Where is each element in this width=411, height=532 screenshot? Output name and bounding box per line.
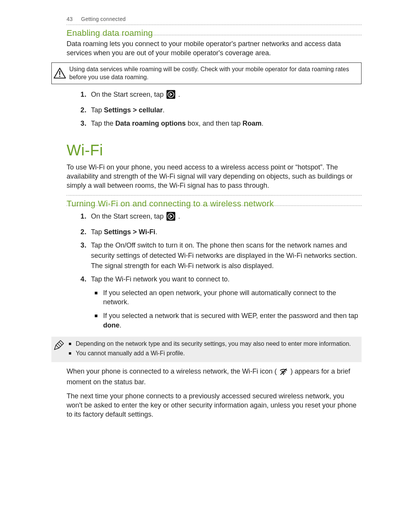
step-4-sublist: If you selected an open network, your ph… [94, 288, 362, 330]
step-1: On the Start screen, tap . [89, 89, 362, 102]
body-text: When your phone is connected to a wirele… [67, 367, 279, 375]
arrow-circle-icon [166, 90, 175, 102]
step-text: On the Start screen, tap [91, 91, 166, 98]
step-1: On the Start screen, tap . [89, 211, 362, 224]
roaming-intro: Data roaming lets you connect to your mo… [67, 39, 362, 58]
step-text: . [119, 321, 121, 329]
wifi-after-2: The next time your phone connects to a p… [67, 391, 362, 419]
note-box: Depending on the network type and its se… [51, 337, 362, 362]
step-text: Tap the Wi-Fi network you want to connec… [91, 275, 229, 283]
divider [67, 24, 362, 25]
svg-point-12 [283, 374, 284, 375]
subheading-roaming: Enabling data roaming [67, 28, 153, 39]
step-bold: Settings > Wi-Fi [104, 228, 155, 236]
step-3: Tap the On/Off switch to turn it on. The… [89, 240, 362, 271]
warning-text: Using data services while roaming will b… [69, 66, 349, 81]
pen-icon [52, 339, 65, 352]
step-text: . [178, 91, 180, 98]
svg-line-10 [57, 343, 61, 347]
step-text: If you selected a network that is secure… [103, 312, 358, 320]
svg-line-9 [56, 345, 59, 348]
step-text: Tap the [91, 120, 115, 127]
step-3: Tap the Data roaming options box, and th… [89, 118, 362, 129]
step-text: On the Start screen, tap [91, 212, 166, 220]
step-2: Tap Settings > cellular. [89, 105, 362, 115]
list-item: If you selected a network that is secure… [103, 311, 362, 330]
document-page: 43 Getting connected Enabling data roami… [0, 0, 411, 447]
heading-wifi: Wi-Fi [67, 142, 362, 159]
step-bold: Data roaming options [115, 120, 186, 127]
svg-point-2 [59, 76, 60, 77]
step-bold: Settings > cellular [104, 106, 163, 114]
wifi-steps: On the Start screen, tap . Tap Settings … [67, 211, 362, 330]
step-4: Tap the Wi-Fi network you want to connec… [89, 274, 362, 330]
step-text: . [163, 106, 165, 114]
list-item: Depending on the network type and its se… [69, 340, 358, 348]
warning-box: Using data services while roaming will b… [51, 62, 362, 84]
step-text: . [178, 212, 180, 220]
subheading-row: Turning Wi-Fi on and connecting to a wir… [67, 199, 362, 206]
step-text: . [155, 228, 157, 236]
list-item: If you selected an open network, your ph… [103, 288, 362, 307]
svg-line-11 [59, 342, 62, 345]
wifi-signal-icon [279, 367, 288, 377]
warning-triangle-icon [53, 67, 66, 79]
arrow-circle-icon [166, 212, 175, 224]
step-text: Tap [91, 228, 104, 236]
list-item: You cannot manually add a Wi-Fi profile. [69, 349, 358, 358]
roaming-steps: On the Start screen, tap . Tap Settings … [67, 89, 362, 129]
page-number: 43 [67, 16, 73, 22]
step-bold: Roam [242, 120, 261, 127]
wifi-after-1: When your phone is connected to a wirele… [67, 367, 362, 387]
note-list: Depending on the network type and its se… [69, 340, 358, 358]
subheading-row: Enabling data roaming [67, 28, 362, 35]
step-text: . [261, 120, 263, 127]
page-header: 43 Getting connected [67, 16, 362, 22]
step-2: Tap Settings > Wi-Fi. [89, 227, 362, 237]
divider [67, 195, 362, 196]
wifi-intro: To use Wi-Fi on your phone, you need acc… [67, 163, 362, 190]
subheading-wifi: Turning Wi-Fi on and connecting to a wir… [67, 199, 274, 209]
step-bold: done [103, 321, 119, 329]
step-text: box, and then tap [186, 120, 242, 127]
page-section-title: Getting connected [81, 16, 126, 22]
step-text: Tap [91, 106, 104, 114]
